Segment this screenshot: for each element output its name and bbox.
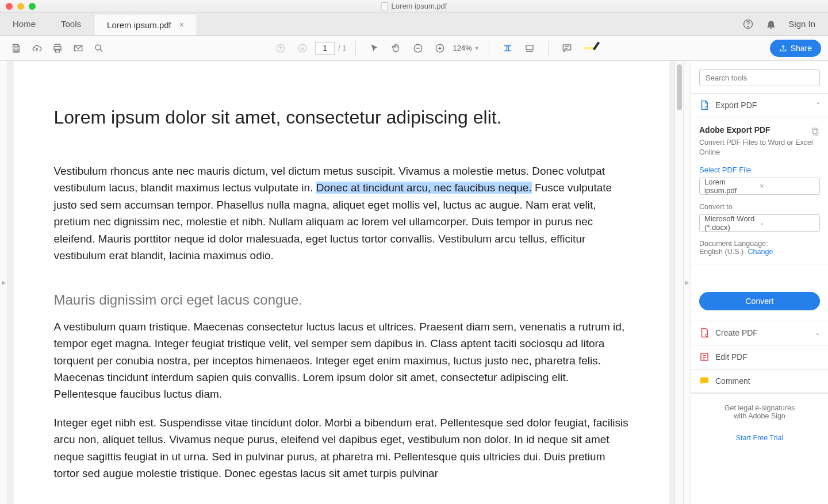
chevron-down-icon: ▼ (474, 45, 480, 51)
esign-promo-line1: Get legal e-signatures (699, 404, 820, 412)
esign-promo-line2: with Adobe Sign (699, 412, 820, 420)
export-title: Adobe Export PDF (699, 125, 770, 134)
chevron-up-icon: ˄ (816, 102, 820, 109)
right-panel-toggle[interactable]: ▶ (683, 61, 691, 504)
convert-to-select[interactable]: Microsoft Word (*.docx) ⌄ (699, 214, 820, 232)
highlight-tool-icon[interactable] (580, 39, 598, 57)
document-view[interactable]: Lorem ipsum dolor sit amet, consectetur … (8, 61, 674, 504)
page-number-input[interactable] (315, 42, 335, 55)
tab-file-active[interactable]: Lorem ipsum.pdf × (94, 14, 197, 35)
left-panel-toggle[interactable]: ▶ (0, 61, 8, 504)
sign-in-link[interactable]: Sign In (788, 19, 815, 29)
help-icon[interactable] (742, 18, 754, 30)
convert-to-label: Convert to (699, 203, 820, 211)
doc-paragraph-2: A vestibulum quam tristique. Maecenas co… (54, 318, 629, 403)
zoom-level-select[interactable]: 124% ▼ (453, 44, 479, 52)
chevron-down-icon: ⌄ (760, 220, 815, 226)
edit-pdf-row[interactable]: Edit PDF (691, 345, 828, 369)
start-free-trial-link[interactable]: Start Free Trial (699, 434, 820, 442)
tab-tools[interactable]: Tools (48, 13, 94, 35)
comment-tool-icon (699, 376, 710, 386)
change-language-link[interactable]: Change (748, 248, 773, 256)
create-pdf-row[interactable]: Create PDF ⌄ (691, 321, 828, 345)
svg-point-1 (748, 26, 749, 26)
zoom-out-icon[interactable] (409, 39, 427, 57)
tab-file-label: Lorem ipsum.pdf (107, 20, 171, 30)
create-pdf-label: Create PDF (715, 328, 809, 337)
window-close-button[interactable] (6, 3, 13, 10)
chevron-right-icon: ▶ (685, 279, 689, 286)
scroll-thumb[interactable] (677, 64, 682, 110)
convert-to-value: Microsoft Word (*.docx) (704, 214, 760, 232)
toolbar: / 1 124% ▼ Share (0, 36, 828, 61)
comment-row[interactable]: Comment (691, 369, 828, 393)
tab-bar: Home Tools Lorem ipsum.pdf × Sign In (0, 13, 828, 36)
svg-rect-13 (563, 45, 571, 50)
share-button[interactable]: Share (770, 40, 821, 57)
doc-language-value: English (U.S.) (699, 248, 743, 256)
prev-page-icon[interactable] (271, 39, 290, 57)
print-icon[interactable] (48, 39, 67, 57)
share-label: Share (791, 44, 812, 53)
doc-heading-2: Mauris dignissim orci eget lacus congue. (54, 292, 629, 308)
comment-icon[interactable] (558, 39, 576, 57)
doc-heading-1: Lorem ipsum dolor sit amet, consectetur … (54, 107, 629, 128)
save-icon[interactable] (7, 39, 25, 57)
search-tools-input[interactable] (699, 69, 820, 86)
hand-tool-icon[interactable] (387, 39, 405, 57)
text-selection[interactable]: Donec at tincidunt arcu, nec faucibus ne… (316, 182, 532, 194)
page-total-label: / 1 (338, 44, 346, 52)
chevron-down-icon: ⌄ (815, 329, 820, 337)
clear-file-icon[interactable]: × (760, 182, 815, 190)
tools-side-panel: Export PDF ˄ Adobe Export PDF Convert PD… (691, 61, 828, 504)
convert-button[interactable]: Convert (699, 292, 820, 310)
window-minimize-button[interactable] (17, 3, 24, 10)
page-display-icon[interactable] (520, 39, 539, 57)
export-pdf-icon (699, 100, 710, 110)
email-icon[interactable] (69, 39, 87, 57)
tab-home[interactable]: Home (0, 13, 48, 35)
pdf-page: Lorem ipsum dolor sit amet, consectetur … (14, 61, 669, 504)
window-titlebar: Lorem ipsum.pdf (0, 0, 828, 13)
svg-point-7 (95, 45, 101, 50)
export-pdf-label: Export PDF (715, 101, 811, 110)
notifications-icon[interactable] (765, 18, 777, 30)
edit-pdf-label: Edit PDF (715, 352, 820, 361)
pointer-tool-icon[interactable] (365, 39, 384, 57)
svg-rect-15 (812, 128, 816, 133)
zoom-level-value: 124% (453, 44, 471, 52)
selected-file-box: Lorem ipsum.pdf × (699, 178, 820, 195)
vertical-scrollbar[interactable] (674, 61, 683, 504)
svg-rect-2 (14, 49, 18, 51)
window-maximize-button[interactable] (29, 3, 36, 10)
doc-paragraph-3: Integer eget nibh est. Suspendisse vitae… (54, 414, 629, 482)
comment-label: Comment (715, 376, 820, 386)
svg-rect-12 (526, 45, 533, 49)
export-subtitle: Convert PDF Files to Word or Excel Onlin… (699, 138, 820, 157)
next-page-icon[interactable] (293, 39, 312, 57)
doc-language-label: Document Language: (699, 240, 768, 248)
search-icon[interactable] (90, 39, 108, 57)
create-pdf-icon (699, 328, 710, 338)
pages-icon[interactable] (811, 127, 820, 136)
cloud-upload-icon[interactable] (28, 39, 46, 57)
fit-width-icon[interactable] (499, 39, 517, 57)
svg-rect-16 (814, 130, 818, 135)
tab-close-icon[interactable]: × (179, 20, 184, 29)
search-tools-field[interactable] (706, 74, 814, 82)
svg-rect-5 (55, 49, 60, 52)
doc-paragraph-1: Vestibulum rhoncus ante nec mauris dictu… (54, 163, 629, 264)
edit-pdf-icon (699, 352, 710, 362)
export-pdf-header[interactable]: Export PDF ˄ (691, 93, 828, 117)
select-pdf-file-link[interactable]: Select PDF File (699, 166, 820, 174)
svg-rect-19 (700, 378, 708, 383)
window-title: Lorem ipsum.pdf (392, 2, 447, 10)
chevron-right-icon: ▶ (2, 279, 6, 286)
document-icon (381, 2, 388, 10)
selected-file-name: Lorem ipsum.pdf (704, 178, 760, 195)
zoom-in-icon[interactable] (431, 39, 449, 57)
